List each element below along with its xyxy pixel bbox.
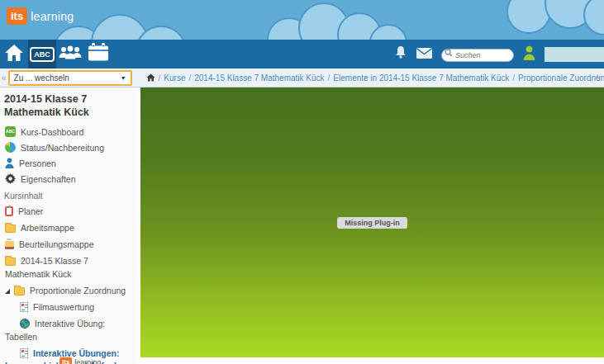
logo-learning-text: learning	[31, 10, 74, 23]
tree-item-course-root-folder[interactable]: 2014-15 Klasse 7 Mathematik Kück	[3, 253, 136, 282]
calendar-icon	[88, 43, 109, 65]
sidebar-item-people[interactable]: Personen	[3, 155, 136, 171]
tree-item-assessment-portfolio[interactable]: Beurteilungsmappe	[3, 237, 136, 253]
folder-icon	[14, 287, 25, 295]
globe-icon	[20, 319, 30, 329]
top-banner: its learning	[0, 0, 604, 40]
notifications-bell-icon[interactable]	[394, 45, 407, 63]
sidebar-item-label: Eigenschaften	[21, 174, 76, 184]
missing-plugin-badge[interactable]: Missing Plug-in	[337, 217, 407, 229]
tree-item-label: Planer	[18, 206, 43, 216]
portfolio-icon	[5, 241, 14, 249]
breadcrumb-link-elements[interactable]: Elemente in 2014-15 Klasse 7 Mathematik …	[333, 73, 509, 83]
itslearning-footer-logo: its learning	[59, 357, 101, 364]
breadcrumb: / Kurse / 2014-15 Klasse 7 Mathematik Kü…	[144, 73, 604, 83]
tree-item-label: Filmauswertung	[33, 302, 94, 312]
clouds-decoration	[0, 0, 604, 40]
profile-person-icon[interactable]	[523, 45, 535, 64]
tree-item-workfolder[interactable]: Arbeitsmappe	[3, 220, 136, 236]
tree-item-interaktive-uebung-tabellen[interactable]: Interaktive Übung: Tabellen	[3, 316, 136, 345]
sidebar-item-label: Kurs-Dashboard	[21, 127, 83, 137]
tree-item-label: Proportionale Zuordnung	[30, 286, 126, 295]
main-navbar: ABC	[0, 40, 604, 69]
search-box	[441, 46, 514, 62]
breadcrumb-link-course[interactable]: 2014-15 Klasse 7 Mathematik Kück	[194, 73, 324, 83]
gear-icon	[5, 173, 16, 184]
planner-icon	[5, 206, 13, 216]
scroll-up-arrow[interactable]: ▲	[594, 73, 601, 80]
folder-icon	[5, 225, 16, 233]
home-nav-button[interactable]	[0, 40, 28, 69]
sidebar-item-label: Personen	[19, 158, 56, 168]
status-pie-icon	[5, 142, 16, 153]
tree-item-label: Beurteilungsmappe	[19, 239, 93, 249]
breadcrumb-separator: /	[159, 73, 161, 83]
content-plugin-area: Missing Plug-in	[140, 87, 604, 357]
groups-nav-button[interactable]	[56, 40, 84, 69]
course-title: 2014-15 Klasse 7 Mathematik Kück	[3, 92, 136, 124]
nav-left-group: ABC	[0, 40, 112, 69]
sidebar-item-dashboard[interactable]: ABC Kurs-Dashboard	[3, 124, 136, 139]
nav-right-group	[394, 40, 604, 69]
logo-its-box: its	[59, 357, 72, 364]
breadcrumb-separator: /	[512, 73, 515, 83]
sidebar-item-status[interactable]: Status/Nachbereitung	[3, 139, 136, 155]
tree-item-label: Arbeitsmappe	[21, 223, 74, 233]
sidebar-item-label: Status/Nachbereitung	[21, 143, 104, 153]
itslearning-logo[interactable]: its learning	[7, 7, 74, 25]
course-content-section-label: Kursinhalt	[3, 187, 136, 203]
user-name-box[interactable]	[545, 47, 604, 62]
person-icon	[5, 158, 14, 168]
collapse-sidebar-button[interactable]: «	[0, 73, 8, 83]
page-icon	[20, 302, 28, 312]
sidebar-item-properties[interactable]: Eigenschaften	[3, 171, 136, 187]
course-sidebar: 2014-15 Klasse 7 Mathematik Kück ABC Kur…	[0, 87, 138, 364]
app-root: its learning ABC	[0, 0, 604, 364]
breadcrumb-link-kurse[interactable]: Kurse	[164, 73, 185, 83]
people-icon	[59, 45, 82, 63]
abc-courses-icon: ABC	[30, 47, 55, 62]
messages-envelope-icon[interactable]	[416, 47, 432, 62]
breadcrumb-bar: « Zu ... wechseln ▼ / Kurse / 2014-15 Kl…	[0, 69, 604, 87]
courses-nav-button[interactable]: ABC	[28, 40, 56, 69]
breadcrumb-separator: /	[328, 73, 331, 83]
page-icon	[20, 348, 28, 358]
tree-item-filmauswertung[interactable]: Filmauswertung	[3, 300, 136, 316]
logo-learning-text: learning	[74, 358, 101, 364]
home-icon	[4, 44, 24, 65]
tree-item-planner[interactable]: Planer	[3, 203, 136, 220]
chevron-down-icon: ▼	[121, 75, 126, 81]
course-switcher-dropdown[interactable]: Zu ... wechseln ▼	[8, 70, 132, 86]
content-area: 2014-15 Klasse 7 Mathematik Kück ABC Kur…	[0, 87, 604, 364]
breadcrumb-separator: /	[188, 73, 191, 83]
tree-item-label: 2014-15 Klasse 7 Mathematik Kück	[5, 256, 88, 278]
folder-icon	[5, 258, 16, 266]
dashboard-abc-icon: ABC	[5, 126, 16, 137]
search-icon	[445, 49, 453, 57]
breadcrumb-link-topic[interactable]: Proportionale Zuordnung	[518, 73, 604, 83]
breadcrumb-home-icon[interactable]	[146, 73, 155, 82]
tree-item-proportionale-zuordnung[interactable]: Proportionale Zuordnung	[3, 282, 136, 299]
course-switcher-label: Zu ... wechseln	[14, 73, 69, 83]
tree-expanded-icon[interactable]	[5, 289, 10, 294]
logo-its-box: its	[7, 7, 27, 25]
calendar-nav-button[interactable]	[84, 40, 112, 69]
